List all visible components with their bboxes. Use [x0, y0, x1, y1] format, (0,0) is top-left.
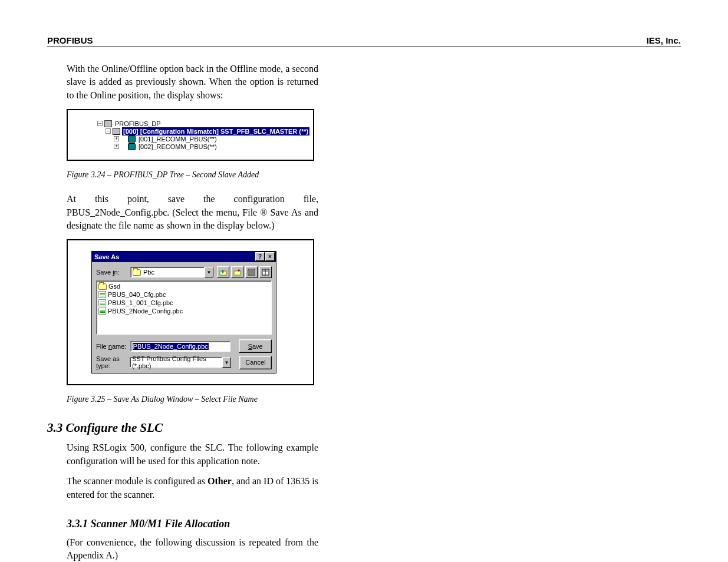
paragraph-1: With the Online/Offline option back in t… — [67, 62, 318, 102]
tree-row-slave2[interactable]: + [002]_RECOMM_PBUS(**) — [97, 143, 284, 150]
profibus-tree: – PROFIBUS_DP – [000] [Configuration Mis… — [97, 120, 284, 150]
tree-slave2-label: [002]_RECOMM_PBUS(**) — [137, 143, 218, 151]
expand-icon[interactable]: – — [97, 121, 103, 126]
chevron-down-icon[interactable]: ▼ — [205, 267, 213, 277]
paragraph-4: The scanner module is configured as Othe… — [67, 475, 318, 501]
tree-row-slave1[interactable]: + [001]_RECOMM_PBUS(**) — [97, 135, 284, 143]
list-item[interactable]: PBUS_2Node_Config.pbc — [98, 307, 269, 315]
figure-tree-box: – PROFIBUS_DP – [000] [Configuration Mis… — [67, 109, 314, 161]
master-icon — [113, 128, 120, 135]
tree-row-master[interactable]: – [000] [Configuration Mismatch] SST_PFB… — [97, 127, 284, 135]
file-icon — [98, 291, 106, 298]
save-in-label: Save in: — [96, 269, 130, 276]
figure-saveas-box: Save As ? × Save in: Pbc — [67, 239, 314, 385]
svg-rect-1 — [234, 271, 241, 275]
savetype-value: SST Profibus Config Files (*.pbc) — [132, 355, 220, 369]
tree-master-label: [000] [Configuration Mismatch] SST_PFB_S… — [122, 127, 309, 135]
savetype-row: Save as type: SST Profibus Config Files … — [96, 355, 272, 369]
new-folder-button[interactable] — [231, 266, 243, 278]
paragraph-2: At this point, save the configuration fi… — [67, 193, 318, 232]
filename-field[interactable]: PBUS_2Node_Config.pbc — [130, 341, 231, 352]
header-doc-right: IES, Inc. — [647, 35, 681, 45]
slave-icon — [128, 143, 136, 150]
file-icon — [98, 308, 106, 315]
expand-icon[interactable]: + — [114, 136, 119, 141]
section-heading-3-3-1: 3.3.1 Scanner M0/M1 File Allocation — [67, 518, 318, 530]
details-view-button[interactable] — [259, 266, 272, 278]
tree-slave1-label: [001]_RECOMM_PBUS(**) — [137, 135, 218, 143]
chevron-down-icon[interactable]: ▼ — [222, 357, 231, 368]
file-icon — [98, 299, 106, 306]
slave-icon — [128, 135, 136, 143]
paragraph-5: (For convenience, the following discussi… — [67, 536, 318, 562]
save-button[interactable]: Save — [239, 339, 272, 353]
folder-icon — [133, 269, 141, 276]
save-in-row: Save in: Pbc ▼ — [96, 266, 272, 278]
dialog-title-text: Save As — [94, 253, 119, 260]
list-view-button[interactable] — [245, 266, 258, 278]
save-type-combo[interactable]: SST Profibus Config Files (*.pbc) ▼ — [130, 357, 231, 368]
cancel-button[interactable]: Cancel — [239, 356, 272, 369]
save-as-dialog: Save As ? × Save in: Pbc — [91, 251, 276, 373]
list-item[interactable]: PBUS_040_Cfg.pbc — [98, 290, 269, 299]
save-in-value: Pbc — [143, 269, 154, 276]
section-heading-3-3: 3.3 Configure the SLC — [47, 421, 318, 435]
up-one-level-button[interactable] — [217, 266, 229, 278]
network-icon — [104, 120, 112, 127]
expand-icon[interactable]: – — [106, 128, 111, 134]
folder-icon — [98, 283, 107, 290]
dialog-title-bar: Save As ? × — [92, 252, 276, 262]
tree-root-label: PROFIBUS_DP — [114, 120, 162, 128]
filename-row: File name: PBUS_2Node_Config.pbc Save — [96, 339, 272, 353]
help-button[interactable]: ? — [255, 252, 265, 261]
expand-icon[interactable]: + — [114, 144, 119, 149]
figure-1-caption: Figure 3.24 – PROFIBUS_DP Tree – Second … — [67, 170, 318, 180]
tree-row-root[interactable]: – PROFIBUS_DP — [97, 120, 284, 127]
file-list[interactable]: Gsd PBUS_040_Cfg.pbc PBUS_1_001_Cfg.pbc — [96, 280, 272, 335]
save-in-combo[interactable]: Pbc ▼ — [130, 267, 213, 277]
savetype-label: Save as type: — [96, 355, 130, 369]
filename-value: PBUS_2Node_Config.pbc — [133, 343, 209, 350]
figure-2-caption: Figure 3.25 – Save As Dialog Window – Se… — [67, 395, 318, 404]
close-button[interactable]: × — [265, 252, 275, 261]
header-doc-left: PROFIBUS — [47, 35, 647, 45]
paragraph-3: Using RSLogix 500, configure the SLC. Th… — [67, 441, 318, 468]
list-item[interactable]: PBUS_1_001_Cfg.pbc — [98, 299, 269, 307]
list-item[interactable]: Gsd — [98, 282, 269, 290]
filename-label: File name: — [96, 343, 130, 350]
